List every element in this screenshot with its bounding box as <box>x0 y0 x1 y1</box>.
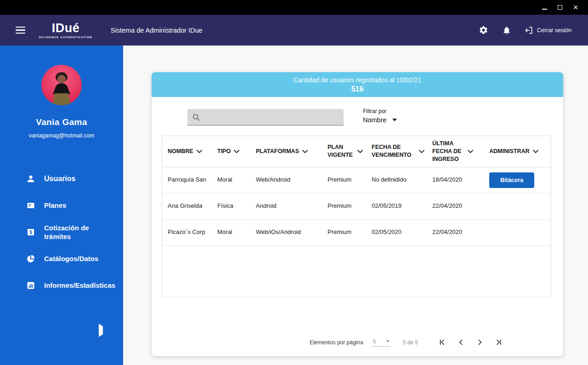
cell-tipo: Moral <box>217 176 256 184</box>
users-card: Cantidad de usuarios registrados al 10/0… <box>152 72 563 356</box>
chevron-right-icon <box>476 338 484 346</box>
cell-plan: Premium <box>328 228 372 236</box>
bar-chart-icon <box>26 281 36 290</box>
logo-title: IDué <box>39 22 92 34</box>
previous-page-button[interactable] <box>456 337 466 347</box>
cell-vencimiento: 02/05/2019 <box>372 202 432 210</box>
sidebar-item-label: Cotización de trámites <box>44 223 114 241</box>
user-count: 516 <box>152 85 563 93</box>
settings-button[interactable] <box>478 24 489 36</box>
window-close-button[interactable]: × <box>568 0 583 15</box>
sidebar-item-informes[interactable]: Informes/Estadísticas <box>0 272 123 299</box>
column-header-plan-vigente[interactable]: PLAN VIGENTE <box>328 140 372 163</box>
person-icon <box>26 174 36 184</box>
app-header: IDué DILIGENCE AUTHENTICATION Sistema de… <box>0 15 588 46</box>
cell-nombre: Picazo´s Corp <box>168 228 217 236</box>
chevron-left-icon <box>457 338 465 346</box>
screen: × IDué DILIGENCE AUTHENTICATION Sistema … <box>0 0 588 365</box>
page-size-select[interactable]: 5 <box>372 338 391 347</box>
cell-plan: Premium <box>328 202 372 210</box>
sidebar-item-cotizacion[interactable]: $ Cotización de trámites <box>0 219 123 245</box>
table-row: Parroquía San Moral Web/Android Premium … <box>162 167 551 194</box>
logo-subtitle: DILIGENCE AUTHENTICATION <box>39 36 92 39</box>
search-input[interactable] <box>204 113 339 121</box>
cell-nombre: Ana Griselda <box>168 202 217 210</box>
next-page-button[interactable] <box>475 337 485 347</box>
search-field <box>187 109 344 125</box>
column-header-fecha-vencimiento[interactable]: FECHA DE VENCIMIENTO <box>372 140 432 163</box>
column-header-plataformas[interactable]: PLATAFORMAS <box>256 144 328 159</box>
cell-vencimiento: 02/05/2020 <box>372 228 432 236</box>
sidebar-nav: Usuarios Planes $ Cotización de trámites <box>0 165 123 299</box>
filter-select[interactable]: Nombre <box>363 116 397 124</box>
bitacora-button[interactable]: Bitácora <box>489 172 534 188</box>
window-minimize-button[interactable] <box>537 0 552 15</box>
column-header-nombre[interactable]: NOMBRE <box>168 144 217 159</box>
app-title: Sistema de Administrador IDue <box>111 27 203 34</box>
content: Vania Gama vaniagamag@hotmail.com Usuari… <box>0 46 588 365</box>
appbar-actions: Cerrar sesión <box>478 24 571 36</box>
cell-vencimiento: No definidido <box>372 176 432 184</box>
card-body: Filtrar por Nombre NOMBRE <box>152 97 563 356</box>
logout-icon <box>524 26 533 35</box>
sidebar-expand-button[interactable] <box>97 325 105 336</box>
chevron-down-icon <box>357 150 363 153</box>
table-row: Picazo´s Corp Moral Web/iOs/Android Prem… <box>162 220 551 246</box>
page-range: 5 de 5 <box>403 339 418 346</box>
cell-plataformas: Web/Android <box>256 176 328 184</box>
cell-tipo: Física <box>217 202 256 210</box>
pagination-nav <box>437 337 503 347</box>
app-logo: IDué DILIGENCE AUTHENTICATION <box>39 22 92 39</box>
filter-label: Filtrar por <box>363 108 397 114</box>
sidebar: Vania Gama vaniagamag@hotmail.com Usuari… <box>0 46 123 365</box>
logout-label: Cerrar sesión <box>537 27 571 34</box>
gear-icon <box>479 25 488 35</box>
sidebar-item-label: Informes/Estadísticas <box>44 281 114 290</box>
pagination: Elementos por página 5 5 de 5 <box>152 337 563 347</box>
page-size-label: Elementos por página <box>310 339 363 346</box>
cell-tipo: Moral <box>217 228 256 236</box>
bell-icon <box>502 26 511 35</box>
cell-plataformas: Android <box>256 202 328 210</box>
chevron-down-icon <box>392 119 397 121</box>
cell-nombre: Parroquía San <box>168 176 217 184</box>
sidebar-item-planes[interactable]: Planes <box>0 192 123 219</box>
pie-chart-icon <box>26 254 36 263</box>
cell-administrar: Bitácora <box>489 172 545 188</box>
chevron-down-icon <box>302 150 308 153</box>
card-header: Cantidad de usuarios registrados al 10/0… <box>152 72 563 97</box>
chevron-right-icon <box>99 324 103 337</box>
chevron-down-icon <box>533 150 538 153</box>
window-maximize-button[interactable] <box>552 0 568 15</box>
chevron-down-icon <box>468 150 473 153</box>
user-email: vaniagamag@hotmail.com <box>0 132 123 139</box>
column-header-ultima-fecha-ingreso[interactable]: ÚLTIMA FECHA DE INGRESO <box>432 136 489 167</box>
first-page-icon <box>438 338 446 346</box>
chevron-down-icon <box>234 150 239 153</box>
column-header-tipo[interactable]: TIPO <box>217 144 256 159</box>
column-header-administrar[interactable]: ADMINISTRAR <box>489 144 545 159</box>
close-icon: × <box>573 3 578 11</box>
chevron-down-icon <box>386 340 390 342</box>
table-row: Ana Griselda Física Android Premium 02/0… <box>162 194 551 220</box>
filter-control: Filtrar por Nombre <box>363 108 397 124</box>
filter-selected-value: Nombre <box>363 116 387 124</box>
chevron-down-icon <box>419 150 424 153</box>
hamburger-icon <box>16 27 25 28</box>
sidebar-item-label: Planes <box>44 201 66 210</box>
main-panel: Cantidad de usuarios registrados al 10/0… <box>123 46 588 365</box>
sidebar-item-catalogos[interactable]: Catálogos/Datos <box>0 245 123 272</box>
last-page-button[interactable] <box>494 337 503 347</box>
sidebar-item-usuarios[interactable]: Usuarios <box>0 165 123 192</box>
window-controls: × <box>537 0 583 15</box>
search-icon <box>192 113 200 121</box>
notifications-button[interactable] <box>501 25 512 36</box>
last-page-icon <box>495 338 503 346</box>
minimize-icon <box>542 9 547 10</box>
cell-ultimo-ingreso: 18/04/2020 <box>432 176 489 184</box>
toolbar-row: Filtrar por Nombre <box>152 109 563 125</box>
first-page-button[interactable] <box>437 337 447 347</box>
menu-toggle-button[interactable] <box>14 24 27 37</box>
logout-button[interactable]: Cerrar sesión <box>524 26 571 35</box>
users-table: NOMBRE TIPO PLATAFORMAS <box>162 136 551 297</box>
